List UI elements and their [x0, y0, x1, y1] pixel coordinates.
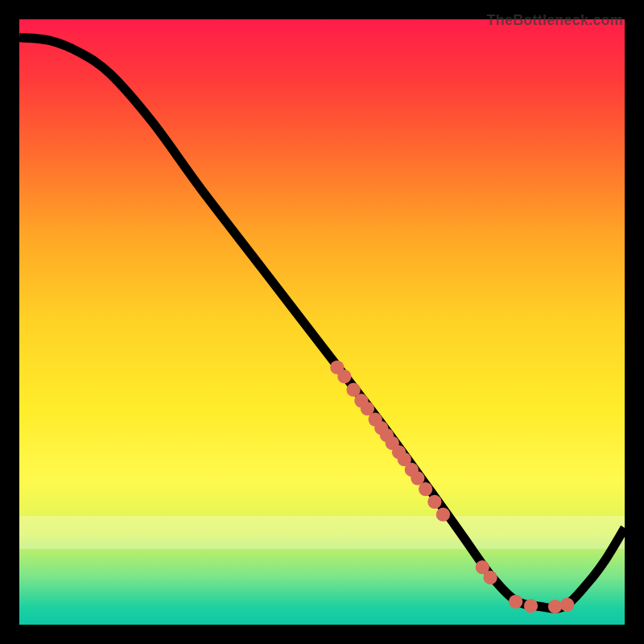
plot-area — [19, 19, 625, 625]
chart-root: TheBottleneck.com — [0, 0, 644, 644]
